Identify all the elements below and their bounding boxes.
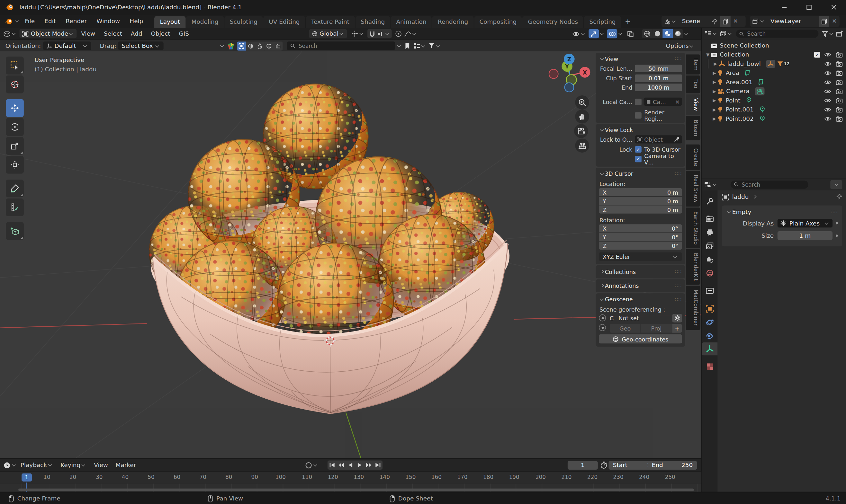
clip-end-field[interactable]: 1000 m <box>635 83 682 91</box>
timeline-body[interactable] <box>0 484 701 492</box>
geoscene-title[interactable]: Geoscene <box>605 296 633 303</box>
maximize-button[interactable] <box>796 0 821 15</box>
viewlayer-name[interactable]: ViewLayer <box>767 18 804 25</box>
cursor-rotation-z[interactable]: Z0° <box>599 241 682 250</box>
editor-type-button[interactable] <box>3 30 17 37</box>
properties-options-button[interactable] <box>830 180 842 189</box>
disable-render-camera-icon[interactable] <box>836 61 843 67</box>
auto-keying-toggle[interactable] <box>305 461 318 469</box>
ptab-render[interactable] <box>702 212 718 225</box>
hide-eye-icon[interactable] <box>824 116 831 122</box>
select-box-tool[interactable] <box>6 56 23 74</box>
outliner-row-laddu-bowl[interactable]: ▶ laddu_bowl 12 <box>702 59 846 69</box>
empty-panel-title[interactable]: Empty <box>732 209 752 216</box>
overlays-toggle[interactable] <box>607 29 617 38</box>
gizmos-toggle[interactable] <box>588 29 599 38</box>
disable-render-camera-icon[interactable] <box>836 70 843 76</box>
unlink-scene-button[interactable]: ✕ <box>730 18 741 25</box>
geo-coordinates-button[interactable]: Geo-coordinates <box>599 335 682 344</box>
menu-render[interactable]: Render <box>61 15 92 28</box>
to-3d-cursor-checkbox[interactable]: ✓ <box>635 146 641 152</box>
lock-to-object-field[interactable]: Object <box>635 135 682 143</box>
gis-terrain-button[interactable] <box>274 41 283 50</box>
pivot-point-button[interactable] <box>351 30 364 37</box>
local-camera-field[interactable]: Ca… ✕ <box>644 98 682 106</box>
crs-radio[interactable] <box>599 314 606 322</box>
ntab-blenderkit[interactable]: BlenderKit <box>686 249 700 285</box>
render-region-checkbox[interactable] <box>635 112 641 118</box>
outliner-row-camera[interactable]: ▶ Camera <box>702 87 846 96</box>
focal-length-field[interactable]: 50 mm <box>635 65 682 72</box>
scale-tool[interactable] <box>6 137 23 155</box>
geo-radio[interactable] <box>599 324 606 331</box>
camera-view-button[interactable] <box>574 124 588 138</box>
outliner-row-area[interactable]: ▶ Area <box>702 68 846 78</box>
cursor-location-z[interactable]: Z0 m <box>599 205 682 214</box>
ntab-view[interactable]: View <box>686 94 700 115</box>
close-button[interactable] <box>821 0 846 15</box>
animate-dot[interactable] <box>836 222 838 224</box>
cursor-rotation-x[interactable]: X0° <box>599 224 682 232</box>
outliner-filter-button[interactable] <box>822 31 834 37</box>
orientation-dropdown[interactable]: Global <box>309 29 347 38</box>
xray-toggle[interactable] <box>625 29 635 38</box>
vp-menu-view[interactable]: View <box>77 28 100 39</box>
gis-search-input[interactable] <box>298 42 392 50</box>
gis-select-region-button[interactable] <box>237 41 246 50</box>
disable-render-camera-icon[interactable] <box>836 88 843 94</box>
remove-viewlayer-button[interactable]: ✕ <box>829 18 840 25</box>
snap-target-icon[interactable] <box>377 31 384 37</box>
gis-gem-icon[interactable] <box>227 42 235 50</box>
shading-wireframe-button[interactable] <box>642 29 652 38</box>
shading-solid-button[interactable] <box>652 29 663 38</box>
timeline-editor-type[interactable] <box>3 461 17 469</box>
timeline-ruler[interactable]: 1 10 20 30 40 50 60 70 80 90 100 110 120… <box>0 471 701 484</box>
tab-modeling[interactable]: Modeling <box>186 16 224 28</box>
menu-playback[interactable]: Playback <box>17 459 57 471</box>
local-camera-checkbox[interactable] <box>635 98 641 105</box>
current-frame-field[interactable]: 1 <box>568 461 598 469</box>
move-tool[interactable] <box>6 99 23 117</box>
shading-rendered-button[interactable] <box>673 29 683 38</box>
ntab-matcombiner[interactable]: MatCombiner <box>686 286 700 329</box>
disable-render-camera-icon[interactable] <box>836 98 843 104</box>
menu-view[interactable]: View <box>90 459 111 471</box>
outliner-display-mode[interactable] <box>705 30 718 37</box>
gis-search[interactable] <box>287 41 395 50</box>
clip-start-field[interactable]: 0.01 m <box>635 74 682 82</box>
tab-sculpting[interactable]: Sculpting <box>224 16 263 28</box>
menu-keying[interactable]: Keying <box>57 459 90 471</box>
jump-to-start-button[interactable] <box>328 460 337 470</box>
gis-list-button[interactable] <box>413 43 426 49</box>
outliner-row-collection[interactable]: ▼ Collection ✓ <box>702 50 846 59</box>
minimize-button[interactable] <box>772 0 796 15</box>
hide-eye-icon[interactable] <box>824 98 831 104</box>
ptab-physics[interactable] <box>702 316 718 328</box>
visibility-dropdown[interactable] <box>572 31 586 37</box>
disable-render-camera-icon[interactable] <box>836 116 843 122</box>
size-field[interactable]: 1 m <box>777 231 832 240</box>
panel-grip-icon[interactable]: ∷∷ <box>675 56 682 62</box>
gis-basemap-button[interactable] <box>246 41 255 50</box>
use-preview-range-button[interactable] <box>600 461 608 469</box>
nav-gizmo[interactable]: Y Z X <box>542 54 602 103</box>
drag-dropdown[interactable]: Select Box <box>118 41 164 50</box>
gis-filter-button[interactable] <box>428 43 441 49</box>
cursor-tool[interactable] <box>6 75 23 93</box>
gis-import-button[interactable] <box>255 41 265 50</box>
menu-edit[interactable]: Edit <box>39 15 61 28</box>
scene-name[interactable]: Scene <box>679 18 703 25</box>
view-panel-title[interactable]: View <box>605 56 618 62</box>
tab-shading[interactable]: Shading <box>355 16 390 28</box>
add-cube-tool[interactable] <box>6 222 23 240</box>
orientation-default-dropdown[interactable]: Default <box>43 41 91 50</box>
tab-animation[interactable]: Animation <box>391 16 432 28</box>
menu-marker[interactable]: Marker <box>112 459 140 471</box>
geo-button[interactable]: Geo <box>610 324 640 332</box>
disable-render-camera-icon[interactable] <box>836 52 843 57</box>
vp-menu-add[interactable]: Add <box>126 28 146 39</box>
clear-icon[interactable]: ✕ <box>675 98 680 105</box>
ptab-object[interactable] <box>702 302 718 315</box>
disable-render-camera-icon[interactable] <box>836 107 843 112</box>
ntab-earth-studio[interactable]: Earth Studio <box>686 208 700 248</box>
